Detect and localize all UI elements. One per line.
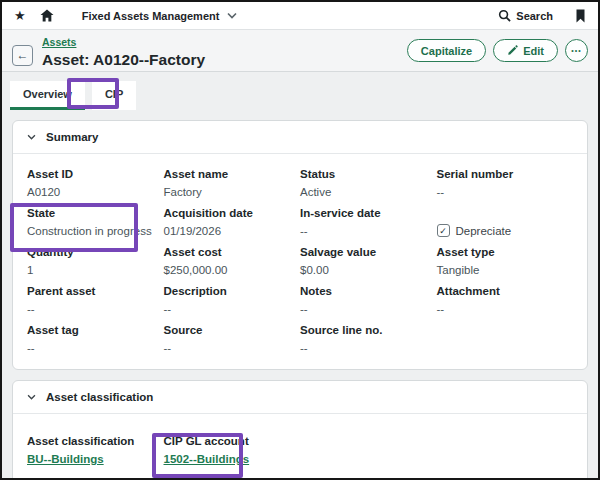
field-notes: Notes -- bbox=[300, 285, 437, 315]
field-label: Asset ID bbox=[27, 168, 164, 180]
field-label: In-service date bbox=[300, 207, 437, 219]
search-icon bbox=[498, 9, 511, 22]
field-asset-id: Asset ID A0120 bbox=[27, 168, 164, 198]
field-value: -- bbox=[437, 303, 574, 315]
title-block: Assets Asset: A0120--Factory bbox=[42, 32, 205, 69]
chevron-down-icon bbox=[227, 12, 237, 19]
field-value: Active bbox=[300, 186, 437, 198]
pencil-icon bbox=[507, 45, 518, 56]
field-value: Tangible bbox=[437, 264, 574, 276]
search-label: Search bbox=[516, 10, 553, 22]
summary-section-header[interactable]: Summary bbox=[13, 121, 587, 154]
page-title: Asset: A0120--Factory bbox=[42, 51, 205, 69]
tab-overview[interactable]: Overview bbox=[10, 81, 85, 110]
summary-section-title: Summary bbox=[46, 131, 98, 143]
chevron-down-icon bbox=[27, 394, 36, 400]
field-value: -- bbox=[300, 225, 437, 237]
field-source-line-no: Source line no. -- bbox=[300, 324, 437, 354]
app-switcher[interactable]: Fixed Assets Management bbox=[82, 10, 238, 22]
field-label: Source bbox=[164, 324, 301, 336]
empty-cell bbox=[437, 324, 574, 354]
tab-strip: Overview CIP bbox=[2, 72, 598, 110]
field-label: Asset cost bbox=[164, 246, 301, 258]
classification-section-header[interactable]: Asset classification bbox=[13, 381, 587, 414]
field-value: Factory bbox=[164, 186, 301, 198]
classification-field-grid: Asset classification BU--Buildings CIP G… bbox=[13, 414, 587, 480]
field-asset-name: Asset name Factory bbox=[164, 168, 301, 198]
header-actions: Capitalize Edit ••• bbox=[407, 39, 588, 62]
field-value: -- bbox=[300, 303, 437, 315]
field-value: -- bbox=[164, 303, 301, 315]
asset-classification-link[interactable]: BU--Buildings bbox=[27, 453, 104, 465]
search-button[interactable]: Search bbox=[498, 9, 553, 22]
asset-classification-card: Asset classification Asset classificatio… bbox=[12, 380, 588, 480]
field-status: Status Active bbox=[300, 168, 437, 198]
field-label: Quantity bbox=[27, 246, 164, 258]
field-value: $0.00 bbox=[300, 264, 437, 276]
field-value: -- bbox=[164, 342, 301, 354]
capitalize-button[interactable]: Capitalize bbox=[407, 39, 486, 62]
checkbox-checked-icon: ✓ bbox=[437, 224, 450, 237]
field-description: Description -- bbox=[164, 285, 301, 315]
field-asset-tag: Asset tag -- bbox=[27, 324, 164, 354]
top-navigation-bar: ★ Fixed Assets Management Search bbox=[2, 2, 598, 30]
field-label: Asset classification bbox=[27, 435, 164, 447]
field-cip-gl-account: CIP GL account 1502--Buildings bbox=[164, 435, 301, 467]
field-label: Parent asset bbox=[27, 285, 164, 297]
page-content: Summary Asset ID A0120 Asset name Factor… bbox=[2, 110, 598, 480]
field-parent-asset: Parent asset -- bbox=[27, 285, 164, 315]
field-value: $250,000.00 bbox=[164, 264, 301, 276]
star-icon[interactable]: ★ bbox=[14, 9, 26, 22]
field-label: Status bbox=[300, 168, 437, 180]
summary-field-grid: Asset ID A0120 Asset name Factory Status… bbox=[13, 154, 587, 369]
page-header: ← Assets Asset: A0120--Factory Capitaliz… bbox=[2, 30, 598, 72]
field-salvage-value: Salvage value $0.00 bbox=[300, 246, 437, 276]
field-label: Asset name bbox=[164, 168, 301, 180]
field-value: 1 bbox=[27, 264, 164, 276]
field-depreciate: ✓ Depreciate bbox=[437, 207, 574, 237]
tab-cip[interactable]: CIP bbox=[92, 81, 136, 110]
field-quantity: Quantity 1 bbox=[27, 246, 164, 276]
field-label: Asset tag bbox=[27, 324, 164, 336]
home-icon[interactable] bbox=[40, 9, 54, 22]
field-value: -- bbox=[27, 303, 164, 315]
edit-label: Edit bbox=[523, 45, 544, 57]
field-label: Acquisition date bbox=[164, 207, 301, 219]
depreciate-checkbox[interactable]: ✓ Depreciate bbox=[437, 224, 512, 237]
field-attachment: Attachment -- bbox=[437, 285, 574, 315]
field-label: CIP GL account bbox=[164, 435, 301, 447]
field-acquisition-date: Acquisition date 01/19/2026 bbox=[164, 207, 301, 237]
field-label: Source line no. bbox=[300, 324, 437, 336]
field-label: Notes bbox=[300, 285, 437, 297]
field-value: -- bbox=[27, 342, 164, 354]
field-label: Description bbox=[164, 285, 301, 297]
field-asset-type: Asset type Tangible bbox=[437, 246, 574, 276]
edit-button[interactable]: Edit bbox=[493, 39, 558, 62]
field-value: Construction in progress bbox=[27, 225, 164, 237]
summary-card: Summary Asset ID A0120 Asset name Factor… bbox=[12, 120, 588, 370]
field-value: -- bbox=[437, 186, 574, 198]
field-value: A0120 bbox=[27, 186, 164, 198]
more-actions-button[interactable]: ••• bbox=[565, 39, 588, 62]
field-label: Salvage value bbox=[300, 246, 437, 258]
field-serial-number: Serial number -- bbox=[437, 168, 574, 198]
field-label: Serial number bbox=[437, 168, 574, 180]
field-value: -- bbox=[300, 342, 437, 354]
back-button[interactable]: ← bbox=[12, 45, 33, 66]
capitalize-label: Capitalize bbox=[421, 45, 472, 57]
field-label: Asset type bbox=[437, 246, 574, 258]
breadcrumb-assets-link[interactable]: Assets bbox=[42, 36, 76, 48]
depreciate-label: Depreciate bbox=[456, 225, 512, 237]
field-asset-cost: Asset cost $250,000.00 bbox=[164, 246, 301, 276]
chevron-down-icon bbox=[27, 134, 36, 140]
cip-gl-account-link[interactable]: 1502--Buildings bbox=[164, 453, 250, 465]
field-state: State Construction in progress bbox=[27, 207, 164, 237]
field-value: 01/19/2026 bbox=[164, 225, 301, 237]
field-source: Source -- bbox=[164, 324, 301, 354]
app-name: Fixed Assets Management bbox=[82, 10, 220, 22]
field-asset-classification: Asset classification BU--Buildings bbox=[27, 435, 164, 467]
bookmark-icon[interactable] bbox=[575, 9, 586, 23]
app-window: ★ Fixed Assets Management Search bbox=[0, 0, 600, 480]
field-label: Attachment bbox=[437, 285, 574, 297]
field-in-service-date: In-service date -- bbox=[300, 207, 437, 237]
